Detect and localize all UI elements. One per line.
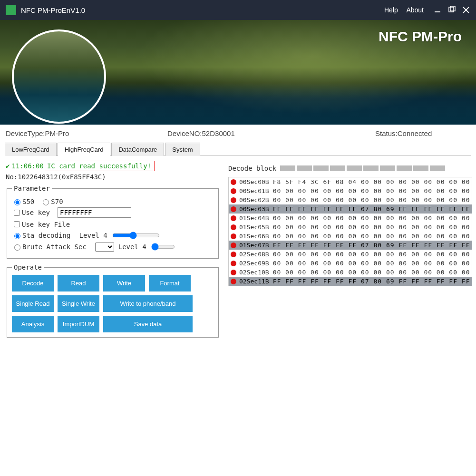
sector-label: 00Sec03B	[239, 205, 269, 213]
sector-row[interactable]: 00Sec01B00 00 00 00 00 00 00 00 00 00 00…	[229, 186, 472, 195]
sector-hex: 00 00 00 00 00 00 00 00 00 00 00 00 00 0…	[273, 260, 470, 267]
sta-level-slider[interactable]	[112, 232, 160, 239]
single-write-button[interactable]: Single Write	[58, 295, 99, 312]
tab-highfreq[interactable]: HighFreqCard	[58, 143, 111, 156]
sector-label: 02Sec09B	[239, 260, 269, 267]
sector-hex: FF FF FF FF FF FF FF 07 80 69 FF FF FF F…	[273, 242, 470, 249]
s50-label: S50	[22, 198, 34, 205]
sector-label: 01Sec06B	[239, 233, 269, 240]
maximize-button[interactable]	[447, 6, 456, 14]
sector-row[interactable]: 01Sec04B00 00 00 00 00 00 00 00 00 00 00…	[229, 214, 472, 223]
sector-label: 00Sec01B	[239, 187, 269, 194]
status-time: 11:06:00	[11, 162, 43, 170]
tab-bar: LowFreqCard HighFreqCard DataCompare Sys…	[5, 142, 471, 156]
sector-row[interactable]: 01Sec05B00 00 00 00 00 00 00 00 00 00 00…	[229, 223, 472, 232]
card-no-label: No:	[6, 173, 18, 181]
check-icon: ✔	[6, 162, 10, 170]
s70-label: S70	[51, 198, 63, 205]
tab-datacompare[interactable]: DataCompare	[111, 143, 164, 156]
sector-hex: 00 00 00 00 00 00 00 00 00 00 00 00 00 0…	[273, 187, 470, 194]
use-key-input[interactable]	[58, 207, 131, 218]
sector-hex: 00 00 00 00 00 00 00 00 00 00 00 00 00 0…	[273, 214, 470, 222]
brute-sector-select[interactable]	[95, 243, 114, 252]
read-button[interactable]: Read	[58, 275, 99, 291]
sector-label: 02Sec10B	[239, 269, 269, 276]
operate-fieldset: Operate Decode Read Write Format Single …	[7, 263, 219, 338]
sector-hex: 00 00 00 00 00 00 00 00 00 00 00 00 00 0…	[273, 223, 470, 231]
use-key-checkbox[interactable]	[14, 210, 20, 216]
sector-row[interactable]: 02Sec11BFF FF FF FF FF FF FF 07 80 69 FF…	[229, 277, 472, 286]
sector-label: 02Sec11B	[239, 278, 269, 285]
sector-hex: 00 00 00 00 00 00 00 00 00 00 00 00 00 0…	[273, 196, 470, 204]
tab-system[interactable]: System	[165, 143, 200, 156]
decode-bar	[313, 165, 329, 171]
decode-progress-bars	[280, 165, 445, 171]
analysis-button[interactable]: Analysis	[12, 316, 54, 332]
device-type-value: PM-Pro	[45, 129, 69, 137]
sector-row[interactable]: 01Sec07BFF FF FF FF FF FF FF 07 80 69 FF…	[229, 241, 472, 250]
sector-status-dot	[231, 279, 236, 284]
sector-status-dot	[231, 252, 236, 257]
device-no-value: 52D30001	[202, 129, 235, 137]
decode-bar	[397, 165, 412, 171]
menu-about[interactable]: About	[406, 6, 424, 14]
s70-radio[interactable]	[43, 199, 49, 205]
status-value: Connected	[398, 129, 432, 137]
window-title: NFC PM-ProEnV1.0	[21, 6, 384, 14]
single-read-button[interactable]: Single Read	[12, 295, 54, 312]
save-data-button[interactable]: Save data	[103, 316, 193, 332]
decode-bar	[363, 165, 379, 171]
sector-status-dot	[231, 179, 236, 185]
sector-status-dot	[231, 233, 236, 239]
menu-help[interactable]: Help	[384, 6, 398, 14]
sector-row[interactable]: 02Sec10B00 00 00 00 00 00 00 00 00 00 00…	[229, 268, 472, 277]
device-type-label: DeviceType:	[6, 129, 45, 137]
operate-legend: Operate	[12, 263, 44, 271]
sector-label: 01Sec07B	[239, 242, 269, 249]
sector-label: 01Sec05B	[239, 223, 269, 231]
sector-row[interactable]: 00Sec00BF8 5F F4 3C 6F 08 04 00 00 00 00…	[229, 177, 472, 186]
sector-row[interactable]: 02Sec08B00 00 00 00 00 00 00 00 00 00 00…	[229, 250, 472, 259]
sector-label: 01Sec04B	[239, 214, 269, 222]
decode-block-label: Decode block	[228, 165, 276, 172]
decode-bar	[330, 165, 345, 171]
sector-status-dot	[231, 197, 236, 203]
header-banner: NFC PM-Pro	[0, 20, 476, 125]
sector-status-dot	[231, 224, 236, 230]
brute-attack-radio[interactable]	[14, 244, 20, 251]
sector-row[interactable]: 02Sec09B00 00 00 00 00 00 00 00 00 00 00…	[229, 259, 472, 268]
card-no-value: 1022648312(0xF85FF43C)	[18, 173, 106, 181]
decode-button[interactable]: Decode	[12, 275, 54, 291]
device-info-bar: DeviceType:PM-Pro DeviceNO:52D30001 Stat…	[0, 125, 476, 142]
titlebar: NFC PM-ProEnV1.0 Help About	[0, 0, 476, 20]
sector-row[interactable]: 00Sec02B00 00 00 00 00 00 00 00 00 00 00…	[229, 195, 472, 204]
minimize-button[interactable]	[433, 6, 442, 14]
write-to-phone-button[interactable]: Write to phone/band	[103, 295, 193, 312]
use-key-file-checkbox[interactable]	[14, 221, 20, 227]
sta-decoding-radio[interactable]	[14, 233, 20, 239]
decode-bar	[280, 165, 295, 171]
import-dump-button[interactable]: ImportDUM	[58, 316, 99, 332]
sector-data-panel[interactable]: 00Sec00BF8 5F F4 3C 6F 08 04 00 00 00 00…	[228, 177, 472, 286]
brute-level-slider[interactable]	[151, 243, 175, 251]
decode-bar	[380, 165, 395, 171]
read-status-line: ✔ 11:06:00 IC card read successfully!	[6, 161, 220, 171]
sector-status-dot	[231, 188, 236, 194]
sector-status-dot	[231, 261, 236, 266]
sector-hex: F8 5F F4 3C 6F 08 04 00 00 00 00 00 00 0…	[273, 178, 470, 185]
tab-lowfreq[interactable]: LowFreqCard	[5, 143, 57, 156]
s50-radio[interactable]	[14, 199, 20, 205]
sector-row[interactable]: 00Sec03BFF FF FF FF FF FF FF 07 80 69 FF…	[229, 204, 472, 214]
write-button[interactable]: Write	[103, 275, 145, 291]
sector-status-dot	[231, 243, 236, 248]
sector-status-dot	[231, 215, 236, 221]
sector-hex: FF FF FF FF FF FF FF 07 80 69 FF FF FF F…	[273, 205, 470, 213]
sector-hex: 00 00 00 00 00 00 00 00 00 00 00 00 00 0…	[273, 251, 470, 258]
sta-level: Level 4	[79, 232, 107, 239]
use-key-label: Use key	[22, 209, 50, 216]
status-message: IC card read successfully!	[44, 161, 155, 171]
format-button[interactable]: Format	[149, 275, 191, 291]
sector-row[interactable]: 01Sec06B00 00 00 00 00 00 00 00 00 00 00…	[229, 232, 472, 241]
sta-decoding-label: Sta decoding	[22, 232, 70, 239]
close-button[interactable]	[462, 6, 470, 14]
